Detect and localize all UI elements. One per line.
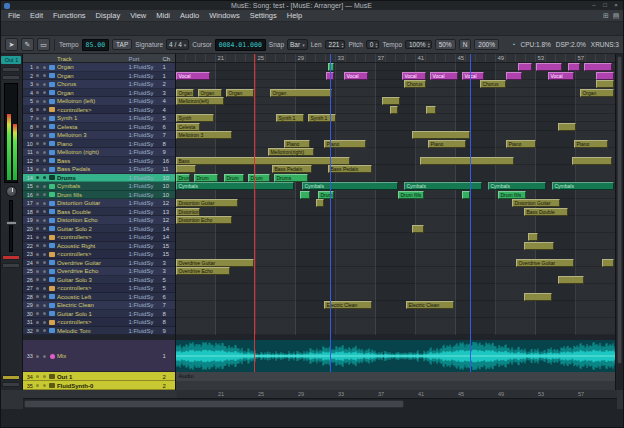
track-port[interactable]: 1:FluidSy (128, 260, 162, 266)
record-arm-button[interactable] (34, 384, 41, 387)
record-arm-button[interactable] (34, 270, 41, 273)
midi-part[interactable]: Vocal (430, 72, 458, 80)
midi-part[interactable]: Piano (574, 140, 608, 148)
horizontal-scrollbar-thumb[interactable] (24, 400, 404, 408)
record-arm-button[interactable] (34, 210, 41, 213)
track-port[interactable]: 1:FluidSy (128, 175, 162, 181)
record-arm-button[interactable] (34, 295, 41, 298)
mute-button[interactable] (41, 176, 48, 179)
record-arm-button[interactable] (34, 219, 41, 222)
track-port[interactable]: 1:FluidSy (128, 115, 162, 121)
mute-button[interactable] (41, 202, 48, 205)
track-port[interactable]: 1:FluidSy (128, 294, 162, 300)
track-channel[interactable]: 1 (162, 353, 175, 359)
track-name[interactable]: Electric Clean (57, 302, 129, 308)
mute-button[interactable] (41, 74, 48, 77)
track-name[interactable]: Mellotron (right) (57, 149, 129, 155)
track-name[interactable]: Distortion Guitar (57, 200, 129, 206)
strip-config-button[interactable] (2, 382, 20, 387)
midi-part[interactable]: Vocal (344, 72, 368, 80)
zoom-normal-button[interactable]: N (459, 39, 472, 50)
record-arm-button[interactable] (34, 321, 41, 324)
midi-part[interactable]: Mellotron 3 (176, 131, 232, 139)
midi-part[interactable]: Cymbals (176, 182, 294, 190)
record-arm-button[interactable] (34, 244, 41, 247)
midi-part[interactable]: Electric Clean (406, 301, 454, 309)
midi-part[interactable]: Distortion Echo (176, 216, 232, 224)
midi-part[interactable]: Drums (274, 174, 308, 182)
track-row[interactable]: 28Acoustic Left1:FluidSy6 (23, 293, 176, 302)
midi-part[interactable] (524, 293, 552, 301)
track-name[interactable]: Chorus (57, 81, 129, 87)
track-port[interactable]: 1:FluidSy (128, 251, 162, 257)
mute-button[interactable] (41, 219, 48, 222)
zoom-200-button[interactable]: 200% (474, 39, 499, 50)
track-name[interactable]: Celesta (57, 124, 129, 130)
solo-button[interactable] (2, 375, 20, 380)
timeline-ruler[interactable]: 2125293337414549535761 (176, 54, 615, 63)
record-arm-button[interactable] (34, 355, 41, 358)
mute-button[interactable] (41, 168, 48, 171)
spin-down-icon[interactable]: ▾ (428, 45, 430, 48)
record-arm-button[interactable] (34, 176, 41, 179)
track-name[interactable]: Mellotron (left) (57, 98, 129, 104)
track-channel[interactable]: 5 (162, 115, 175, 121)
loop-end-marker[interactable] (470, 54, 471, 372)
record-arm-button[interactable] (34, 134, 41, 137)
track-name[interactable]: Distortion Echo (57, 217, 129, 223)
track-port[interactable]: 1:FluidSy (128, 183, 162, 189)
track-name[interactable]: Mellotron 3 (57, 132, 129, 138)
track-row[interactable]: 23<controllers>1:FluidSy15 (23, 250, 176, 259)
midi-part[interactable]: Mellotron(left) (176, 97, 224, 105)
menu-item-midi[interactable]: Midi (151, 10, 175, 22)
record-arm-button[interactable] (34, 151, 41, 154)
track-name[interactable]: Cymbals (57, 183, 129, 189)
midi-part[interactable] (316, 199, 324, 207)
record-arm-button[interactable] (34, 74, 41, 77)
midi-part[interactable] (462, 191, 470, 199)
track-name[interactable]: Organ (57, 73, 129, 79)
track-port[interactable]: 1:FluidSy (128, 209, 162, 215)
midi-part[interactable]: Synth 1 (276, 114, 304, 122)
mute-button[interactable] (41, 287, 48, 290)
midi-part[interactable]: Piano (428, 140, 466, 148)
midi-part[interactable] (518, 63, 532, 71)
mute-button[interactable] (41, 125, 48, 128)
record-arm-button[interactable] (34, 83, 41, 86)
record-arm-button[interactable] (34, 159, 41, 162)
track-channel[interactable]: 2 (162, 81, 175, 87)
midi-part[interactable] (412, 131, 470, 139)
track-port[interactable]: 1:FluidSy (128, 319, 162, 325)
vertical-scrollbar[interactable] (615, 54, 623, 390)
midi-part[interactable]: Bass Double (524, 208, 568, 216)
track-name[interactable]: <controllers> (57, 319, 129, 325)
track-name[interactable]: Guitar Solo 1 (57, 311, 129, 317)
track-name[interactable]: FluidSynth-0 (57, 383, 129, 389)
midi-part[interactable] (390, 106, 398, 114)
record-arm-button[interactable] (34, 253, 41, 256)
mute-button[interactable] (41, 295, 48, 298)
audio-track-row[interactable]: 35FluidSynth-02 (23, 381, 176, 390)
midi-part[interactable]: Vocal (462, 72, 484, 80)
track-channel[interactable]: 12 (162, 217, 175, 223)
snap-select[interactable]: Bar▾ (287, 39, 308, 50)
midi-part[interactable]: Distortion Guitar (512, 199, 560, 207)
track-port[interactable]: 1:FluidSy (128, 243, 162, 249)
track-port[interactable]: 1:FluidSy (128, 132, 162, 138)
track-channel[interactable]: 9 (162, 149, 175, 155)
track-channel[interactable]: 6 (162, 124, 175, 130)
record-arm-button[interactable] (34, 117, 41, 120)
midi-part[interactable]: Bass Pedals (328, 165, 372, 173)
menu-item-file[interactable]: File (3, 10, 25, 22)
record-arm-button[interactable] (34, 278, 41, 281)
midi-part[interactable]: Organ (198, 89, 222, 97)
midi-part[interactable] (596, 80, 614, 88)
record-arm-button[interactable] (34, 236, 41, 239)
track-row[interactable]: 11Mellotron (right)1:FluidSy9 (23, 148, 176, 157)
mute-button[interactable] (41, 108, 48, 111)
midi-part[interactable]: Chorus (404, 80, 426, 88)
mute-button[interactable] (41, 261, 48, 264)
track-row[interactable]: 21<controllers>1:FluidSy14 (23, 233, 176, 242)
track-name[interactable]: Bass Double (57, 209, 129, 215)
eraser-tool-button[interactable]: ▭ (37, 38, 50, 51)
